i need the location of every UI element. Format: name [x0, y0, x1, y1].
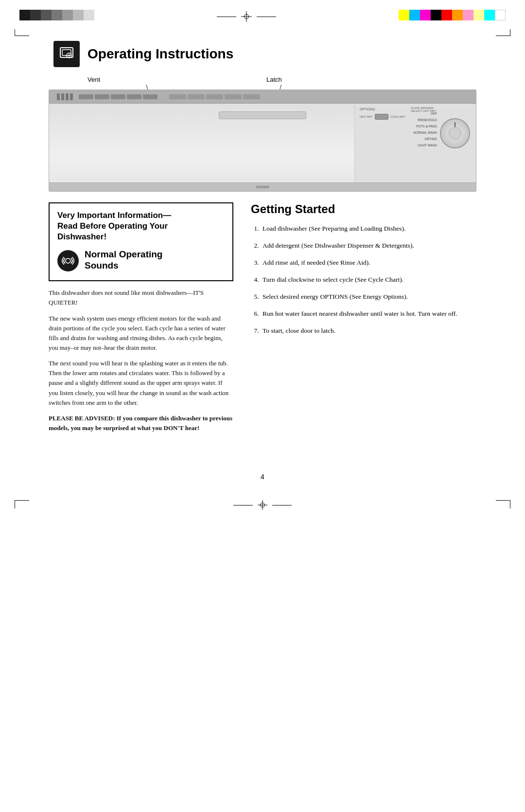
right-column: Getting Started Load dishwasher (See Pre… — [251, 202, 476, 439]
reg-mark-center — [241, 11, 252, 22]
important-info-box: Very Important Information— Read Before … — [49, 202, 233, 281]
paragraph-4: PLEASE BE ADVISED: If you compare this d… — [49, 414, 233, 433]
dial-labels: OFF RINSE/HOLD POTS & PANS NORMAL WASH D… — [413, 110, 437, 148]
corner-marks-top — [0, 29, 525, 36]
vent-label: Vent — [88, 76, 100, 83]
left-body-text: This dishwasher does not sound like most… — [49, 288, 233, 433]
sounds-icon — [57, 250, 79, 271]
reg-line-left — [217, 17, 236, 17]
color-swatch — [452, 10, 463, 20]
bottom-corner-marks — [0, 490, 525, 510]
color-swatch — [463, 10, 473, 20]
step-6: Run hot water faucet nearest dishwasher … — [261, 309, 476, 319]
color-swatch — [52, 10, 62, 20]
plate-washer-label: PLATE WASHERSELECT HOT DRY — [411, 107, 436, 112]
sounds-section: Normal Operating Sounds — [57, 249, 225, 271]
page-number: 4 — [261, 473, 264, 481]
sound-waves-svg — [62, 254, 74, 267]
color-swatch — [441, 10, 452, 20]
color-swatch — [420, 10, 431, 20]
color-swatch — [473, 10, 484, 20]
dishwasher-body: OPTIONS HOT DRY COOL DRY OFF RINSE/HOLD … — [49, 104, 476, 191]
getting-started-steps: Load dishwasher (See Preparing and Loadi… — [251, 224, 476, 336]
dishwasher-bottom-strip: GSD500 — [49, 182, 476, 191]
dishwasher-control-panel: OPTIONS HOT DRY COOL DRY OFF RINSE/HOLD … — [354, 104, 476, 191]
corner-mark-bottom-left — [15, 500, 29, 510]
toggle-switch — [375, 114, 388, 120]
step-4: Turn dial clockwise to select cycle (See… — [261, 275, 476, 285]
color-swatch — [399, 10, 409, 20]
toggle-hot-label: HOT DRY — [360, 115, 373, 118]
color-swatch — [19, 10, 30, 20]
paragraph-2: The new wash system uses energy efficien… — [49, 314, 233, 353]
dishwasher-icon-svg — [58, 46, 75, 62]
section-header: Operating Instructions — [49, 41, 476, 67]
svg-point-5 — [66, 258, 70, 263]
color-swatch — [484, 10, 495, 20]
color-swatch — [431, 10, 441, 20]
color-swatch — [73, 10, 84, 20]
main-content: Operating Instructions Vent Latch — [0, 36, 525, 481]
step-2: Add detergent (See Dishwasher Dispenser … — [261, 241, 476, 251]
page-number-area: 4 — [49, 473, 476, 481]
diagram-wrapper: Vent Latch — [49, 76, 476, 192]
step-7: To start, close door to latch. — [261, 326, 476, 336]
reg-line-right — [257, 17, 276, 17]
top-registration-area — [0, 0, 525, 29]
paragraph-3: The next sound you will hear is the spla… — [49, 359, 233, 408]
step-1: Load dishwasher (See Preparing and Loadi… — [261, 224, 476, 234]
getting-started-title: Getting Started — [251, 202, 476, 216]
dial-pointer — [455, 122, 455, 127]
color-swatch — [62, 10, 73, 20]
color-swatch — [41, 10, 52, 20]
paragraph-1: This dishwasher does not sound like most… — [49, 288, 233, 307]
dial-center — [449, 127, 461, 140]
model-text: GSD500 — [256, 185, 269, 189]
operating-instructions-icon — [53, 41, 80, 67]
color-swatch — [30, 10, 41, 20]
latch-label: Latch — [266, 76, 282, 83]
dishwasher-handle — [219, 111, 306, 119]
color-swatch — [84, 10, 94, 20]
sounds-title: Normal Operating Sounds — [85, 249, 162, 271]
color-swatch — [495, 10, 506, 20]
important-title: Very Important Information— Read Before … — [57, 210, 225, 242]
two-column-layout: Very Important Information— Read Before … — [49, 202, 476, 439]
toggle-cool-label: COOL DRY — [390, 115, 405, 118]
page-title: Operating Instructions — [88, 46, 233, 62]
svg-point-4 — [68, 54, 70, 56]
corner-mark-bottom-right — [496, 500, 510, 510]
bottom-center-reg — [233, 500, 292, 510]
step-3: Add rinse aid, if needed (See Rinse Aid)… — [261, 258, 476, 268]
left-column: Very Important Information— Read Before … — [49, 202, 233, 439]
step-5: Select desired energy OPTIONS (See Energ… — [261, 292, 476, 302]
dishwasher-diagram-image: OPTIONS HOT DRY COOL DRY OFF RINSE/HOLD … — [49, 90, 476, 192]
cycle-dial — [440, 118, 470, 148]
color-swatch — [409, 10, 420, 20]
